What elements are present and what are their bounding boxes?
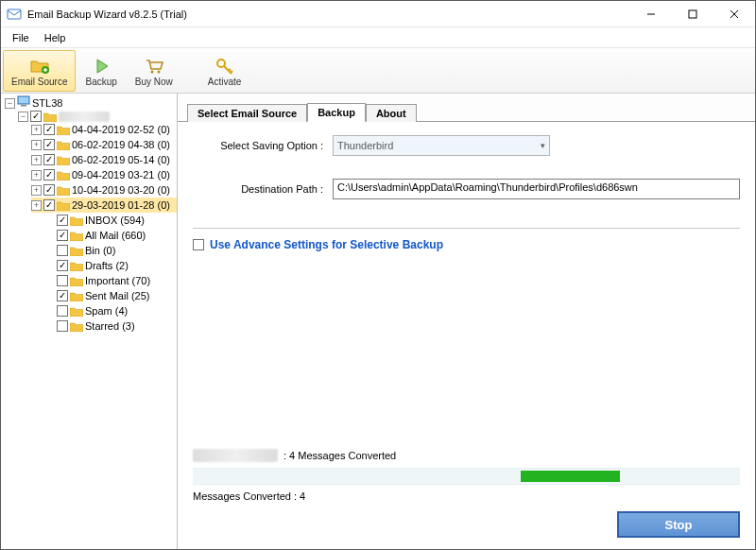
folder-icon xyxy=(70,291,83,301)
collapse-icon[interactable]: − xyxy=(5,98,15,109)
saving-option-label: Select Saving Option : xyxy=(193,140,333,151)
tab-select-email-source[interactable]: Select Email Source xyxy=(187,104,307,122)
tree-subfolder[interactable]: Important (70) xyxy=(44,273,177,288)
tree-subfolder[interactable]: Drafts (2) xyxy=(44,258,177,273)
close-button[interactable] xyxy=(713,1,755,27)
toolbar-buy-now[interactable]: Buy Now xyxy=(127,50,181,92)
folder-icon xyxy=(57,140,70,150)
tree-subfolder[interactable]: All Mail (660) xyxy=(44,228,177,243)
saving-option-select[interactable]: Thunderbird ▾ xyxy=(333,135,550,156)
advance-settings-checkbox[interactable] xyxy=(193,239,204,250)
tree-subfolder-label: Sent Mail (25) xyxy=(85,288,149,303)
toolbar-backup-label: Backup xyxy=(85,77,116,87)
tree-subfolder-label: Drafts (2) xyxy=(85,258,129,273)
destination-path-label: Destination Path : xyxy=(193,183,333,195)
toolbar-email-source-label: Email Source xyxy=(11,77,67,87)
computer-icon xyxy=(17,95,30,111)
checkbox[interactable] xyxy=(43,199,55,211)
svg-rect-0 xyxy=(8,9,21,19)
tree-subfolder-label: INBOX (594) xyxy=(85,213,145,228)
toolbar-backup[interactable]: Backup xyxy=(77,50,125,92)
svg-rect-9 xyxy=(18,96,29,104)
folder-icon xyxy=(57,155,70,165)
checkbox[interactable] xyxy=(57,260,68,271)
checkbox[interactable] xyxy=(43,139,55,150)
status-blurred xyxy=(193,449,278,462)
tree-folder[interactable]: +04-04-2019 02-52 (0) xyxy=(31,122,177,137)
folder-icon xyxy=(70,261,83,271)
checkbox[interactable] xyxy=(57,320,68,332)
folder-icon xyxy=(57,200,70,211)
tree-folder-label: 29-03-2019 01-28 (0) xyxy=(72,198,170,213)
tree[interactable]: − STL38 − +04-04-2019 02-52 (0)+06-02-20… xyxy=(1,94,177,549)
expand-icon[interactable]: + xyxy=(31,200,42,211)
expand-icon[interactable]: + xyxy=(31,125,42,135)
minimize-button[interactable] xyxy=(630,1,672,27)
checkbox[interactable] xyxy=(57,230,68,241)
checkbox[interactable] xyxy=(57,245,68,256)
app-icon xyxy=(7,7,22,22)
tree-subfolder[interactable]: Spam (4) xyxy=(44,303,177,318)
folder-icon xyxy=(57,185,70,196)
checkbox[interactable] xyxy=(43,154,55,165)
svg-point-6 xyxy=(150,70,153,73)
tree-folder[interactable]: +29-03-2019 01-28 (0) xyxy=(31,198,177,213)
backup-panel: Select Saving Option : Thunderbird ▾ Des… xyxy=(178,122,755,549)
maximize-button[interactable] xyxy=(672,1,713,27)
tree-root-label: STL38 xyxy=(32,95,62,111)
checkbox[interactable] xyxy=(43,169,55,180)
checkbox[interactable] xyxy=(57,305,68,317)
folder-icon xyxy=(57,170,70,180)
checkbox[interactable] xyxy=(57,275,68,286)
play-icon xyxy=(91,56,112,77)
svg-rect-10 xyxy=(21,105,26,107)
tree-folder-label: 04-04-2019 02-52 (0) xyxy=(72,122,170,137)
tree-folder[interactable]: +09-04-2019 03-21 (0) xyxy=(31,167,177,182)
folder-icon xyxy=(57,125,70,135)
checkbox[interactable] xyxy=(43,124,55,135)
tree-folder[interactable]: +10-04-2019 03-20 (0) xyxy=(31,182,177,198)
tab-backup[interactable]: Backup xyxy=(307,103,366,122)
tree-folder-label: 06-02-2019 05-14 (0) xyxy=(72,152,170,167)
titlebar: Email Backup Wizard v8.2.5 (Trial) xyxy=(1,1,755,27)
toolbar-email-source[interactable]: Email Source xyxy=(3,50,76,92)
collapse-icon[interactable]: − xyxy=(18,112,28,122)
checkbox[interactable] xyxy=(57,290,68,301)
toolbar: Email Source Backup Buy Now Activate xyxy=(1,48,755,94)
tree-folder[interactable]: +06-02-2019 05-14 (0) xyxy=(31,152,177,167)
toolbar-activate[interactable]: Activate xyxy=(199,50,250,92)
tree-subfolder-label: Bin (0) xyxy=(85,243,115,258)
tree-subfolder-label: Important (70) xyxy=(85,273,150,288)
tree-subfolder[interactable]: Starred (3) xyxy=(44,318,177,334)
expand-icon[interactable]: + xyxy=(31,140,42,150)
toolbar-activate-label: Activate xyxy=(208,77,242,87)
menu-help[interactable]: Help xyxy=(37,30,74,45)
tab-about[interactable]: About xyxy=(366,104,417,122)
chevron-down-icon: ▾ xyxy=(541,141,545,150)
window-title: Email Backup Wizard v8.2.5 (Trial) xyxy=(27,9,630,20)
checkbox[interactable] xyxy=(43,184,55,196)
tree-folder[interactable]: +06-02-2019 04-38 (0) xyxy=(31,137,177,152)
destination-path-input[interactable]: C:\Users\admin\AppData\Roaming\Thunderbi… xyxy=(333,179,740,199)
checkbox-account[interactable] xyxy=(30,111,42,122)
expand-icon[interactable]: + xyxy=(31,155,42,165)
advance-settings-label[interactable]: Use Advance Settings for Selective Backu… xyxy=(210,238,443,251)
messages-converted: Messages Converted : 4 xyxy=(193,490,740,502)
checkbox[interactable] xyxy=(57,215,68,226)
expand-icon[interactable]: + xyxy=(31,170,42,180)
tree-subfolder[interactable]: Sent Mail (25) xyxy=(44,288,177,303)
svg-point-7 xyxy=(157,70,160,73)
folder-icon xyxy=(43,112,57,122)
tree-account[interactable]: − xyxy=(18,111,177,122)
menu-file[interactable]: File xyxy=(5,30,37,45)
stop-button[interactable]: Stop xyxy=(617,511,740,538)
status-line: : 4 Messages Converted xyxy=(193,449,740,462)
tree-subfolder-label: Starred (3) xyxy=(85,318,135,334)
tree-folder-label: 06-02-2019 04-38 (0) xyxy=(72,137,170,152)
tree-root[interactable]: − STL38 xyxy=(5,95,177,111)
tree-folder-label: 10-04-2019 03-20 (0) xyxy=(72,182,170,198)
tree-subfolder[interactable]: Bin (0) xyxy=(44,243,177,258)
tree-subfolder[interactable]: INBOX (594) xyxy=(44,213,177,228)
expand-icon[interactable]: + xyxy=(31,185,42,196)
folder-icon xyxy=(70,321,83,332)
